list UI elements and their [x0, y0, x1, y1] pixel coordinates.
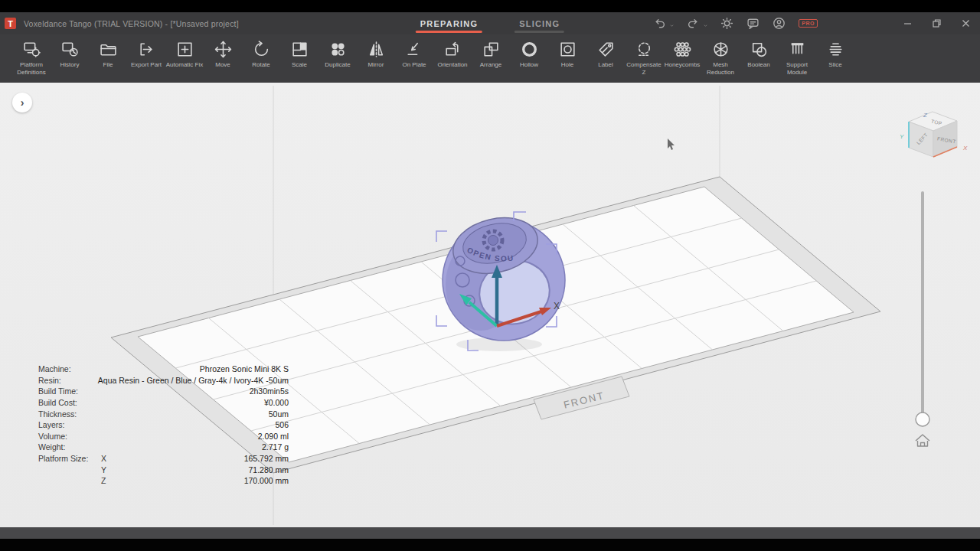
tool-orientation[interactable]: Orientation	[433, 40, 472, 69]
gizmo-x-label: X	[554, 301, 560, 311]
bottom-bar	[0, 527, 980, 539]
tool-on-plate[interactable]: On Plate	[395, 40, 433, 69]
tool-compensate-z[interactable]: Compensate Z	[625, 40, 663, 76]
hollow-icon	[520, 40, 539, 59]
nav-cube-axis-x: X	[962, 145, 968, 152]
label-tag-icon	[596, 40, 616, 59]
home-view-button[interactable]	[916, 435, 929, 446]
tool-mesh-reduction[interactable]: Mesh Reduction	[701, 40, 740, 76]
info-row-thickness: Thickness:50um	[38, 408, 289, 419]
tool-export-part[interactable]: Export Part	[127, 40, 165, 69]
arrange-icon	[482, 40, 501, 59]
nav-cube[interactable]: TOP LEFT FRONT Z Y X	[900, 112, 968, 157]
rotate-icon	[252, 40, 271, 59]
build-info-panel: Machine:Phrozen Sonic Mini 8K S Resin:Aq…	[38, 364, 289, 487]
compensate-z-icon	[635, 40, 654, 59]
hole-icon	[558, 40, 577, 59]
window-title: Voxeldance Tango (TRIAL VERSION) - [*Uns…	[24, 19, 239, 28]
close-button[interactable]	[951, 12, 980, 34]
mesh-reduction-icon	[711, 40, 730, 59]
support-module-icon	[788, 40, 807, 59]
letterbox-bottom	[0, 539, 980, 551]
zoom-slider-handle[interactable]	[916, 412, 929, 426]
mode-tabs: PREPARING SLICING	[416, 12, 564, 34]
window-controls	[893, 12, 980, 34]
settings-gear-icon[interactable]	[720, 17, 733, 30]
info-row-platform-x: Platform Size:X165.792 mm	[38, 453, 289, 465]
export-part-icon	[137, 40, 156, 59]
tab-preparing[interactable]: PREPARING	[416, 12, 482, 34]
tool-file[interactable]: File	[89, 40, 127, 69]
tool-history[interactable]: History	[51, 40, 89, 69]
on-plate-icon	[405, 40, 424, 59]
redo-dropdown-icon[interactable]	[704, 24, 707, 28]
tab-slicing-underline	[514, 31, 564, 33]
history-icon	[60, 40, 80, 59]
info-row-machine: Machine:Phrozen Sonic Mini 8K S	[38, 364, 289, 375]
info-row-build-cost: Build Cost:¥0.000	[38, 397, 289, 409]
info-row-resin: Resin:Aqua Resin - Green / Blue / Gray-4…	[38, 375, 289, 386]
tab-preparing-underline	[416, 31, 482, 33]
info-row-weight: Weight:2.717 g	[38, 442, 289, 453]
tool-hollow[interactable]: Hollow	[510, 40, 548, 69]
pro-badge: PRO	[799, 19, 818, 28]
panel-expand-button[interactable]: ›	[12, 93, 32, 112]
tool-duplicate[interactable]: Duplicate	[318, 40, 357, 69]
feedback-icon[interactable]	[746, 17, 760, 30]
tool-honeycombs[interactable]: Honeycombs	[663, 40, 701, 69]
zoom-slider	[916, 193, 929, 426]
minimize-button[interactable]	[893, 12, 922, 34]
maximize-button[interactable]	[922, 12, 951, 34]
tool-rotate[interactable]: Rotate	[242, 40, 280, 69]
redo-icon[interactable]	[687, 17, 700, 30]
file-folder-icon	[99, 40, 118, 59]
move-icon	[214, 40, 233, 59]
scale-icon	[290, 40, 309, 59]
tab-slicing[interactable]: SLICING	[514, 12, 564, 34]
mirror-icon	[367, 40, 386, 59]
info-row-layers: Layers:506	[38, 419, 289, 431]
boolean-icon	[750, 40, 769, 59]
info-row-platform-y: Y71.280 mm	[38, 464, 289, 475]
info-row-platform-z: Z170.000 mm	[38, 475, 289, 487]
slice-icon	[826, 40, 845, 59]
tool-move[interactable]: Move	[204, 40, 242, 69]
tool-slice[interactable]: Slice	[816, 40, 854, 69]
honeycombs-icon	[673, 40, 692, 59]
app-logo-icon: T	[5, 18, 16, 29]
undo-dropdown-icon[interactable]	[670, 24, 674, 28]
tool-arrange[interactable]: Arrange	[472, 40, 510, 69]
titlebar-actions: PRO	[653, 12, 818, 34]
mouse-cursor	[668, 139, 675, 150]
info-row-build-time: Build Time:2h30min5s	[38, 386, 289, 397]
undo-icon[interactable]	[653, 17, 666, 30]
main-toolbar: Platform Definitions History File Export…	[0, 34, 980, 83]
tool-support-module[interactable]: Support Module	[778, 40, 816, 76]
tool-hole[interactable]: Hole	[548, 40, 586, 69]
orientation-icon	[443, 40, 462, 59]
duplicate-icon	[328, 40, 348, 59]
automatic-fix-icon	[175, 40, 194, 59]
title-bar: T Voxeldance Tango (TRIAL VERSION) - [*U…	[0, 12, 980, 34]
tool-boolean[interactable]: Boolean	[740, 40, 778, 69]
account-icon[interactable]	[773, 17, 786, 30]
nav-cube-axis-y: Y	[900, 133, 904, 140]
tool-platform-definitions[interactable]: Platform Definitions	[12, 40, 51, 76]
platform-definitions-icon	[22, 40, 41, 59]
tool-label[interactable]: Label	[586, 40, 625, 69]
info-row-volume: Volume:2.090 ml	[38, 431, 289, 442]
tool-mirror[interactable]: Mirror	[357, 40, 395, 69]
tool-scale[interactable]: Scale	[280, 40, 318, 69]
tool-automatic-fix[interactable]: Automatic Fix	[165, 40, 204, 69]
app-window: T Voxeldance Tango (TRIAL VERSION) - [*U…	[0, 0, 980, 551]
viewport-3d[interactable]: FRONT OPEN SOU	[0, 83, 980, 527]
